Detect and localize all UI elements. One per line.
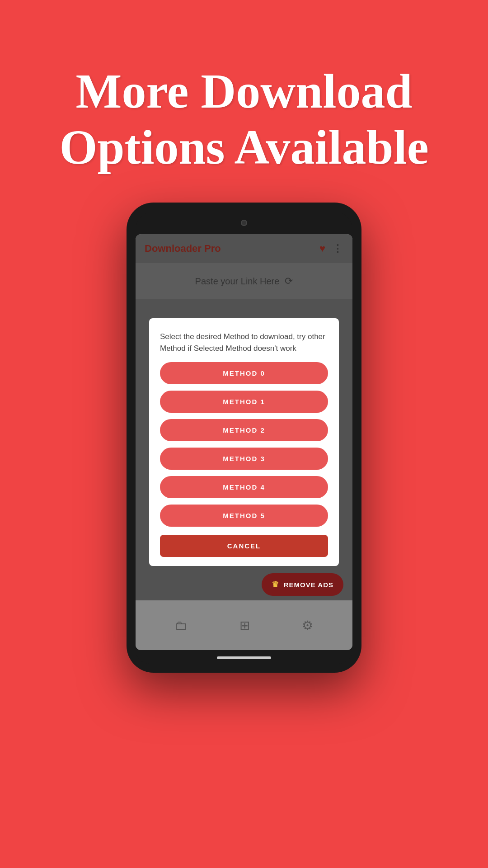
- phone-bottom: [136, 650, 352, 664]
- phone-top-bar: [136, 212, 352, 234]
- method-2-button[interactable]: METHOD 2: [160, 419, 328, 441]
- headline-line1: More Download: [76, 64, 413, 118]
- method-0-button[interactable]: METHOD 0: [160, 362, 328, 384]
- method-1-button[interactable]: METHOD 1: [160, 391, 328, 413]
- phone-shell: Downloader Pro ♥ ⋮ Paste your Link Here …: [127, 203, 361, 673]
- camera-dot: [241, 220, 247, 226]
- method-5-button[interactable]: METHOD 5: [160, 505, 328, 527]
- method-3-button[interactable]: METHOD 3: [160, 448, 328, 470]
- cancel-button[interactable]: CANCEL: [160, 535, 328, 557]
- phone-screen: Downloader Pro ♥ ⋮ Paste your Link Here …: [136, 234, 352, 650]
- headline-text: More Download Options Available: [32, 63, 455, 175]
- folder-nav-icon[interactable]: 🗀: [175, 618, 188, 633]
- crown-icon: ♛: [272, 580, 279, 590]
- headline-line2: Options Available: [59, 120, 428, 174]
- grid-nav-icon[interactable]: ⊞: [239, 618, 250, 633]
- bottom-navigation: 🗀 ⊞ ⚙: [136, 600, 352, 650]
- settings-nav-icon[interactable]: ⚙: [302, 618, 313, 633]
- method-dialog: Select the desired Method to download, t…: [149, 318, 339, 566]
- method-4-button[interactable]: METHOD 4: [160, 476, 328, 498]
- remove-ads-label: REMOVE ADS: [284, 581, 333, 589]
- dialog-description: Select the desired Method to download, t…: [160, 331, 328, 354]
- home-indicator: [217, 656, 271, 659]
- remove-ads-button[interactable]: ♛ REMOVE ADS: [262, 573, 343, 596]
